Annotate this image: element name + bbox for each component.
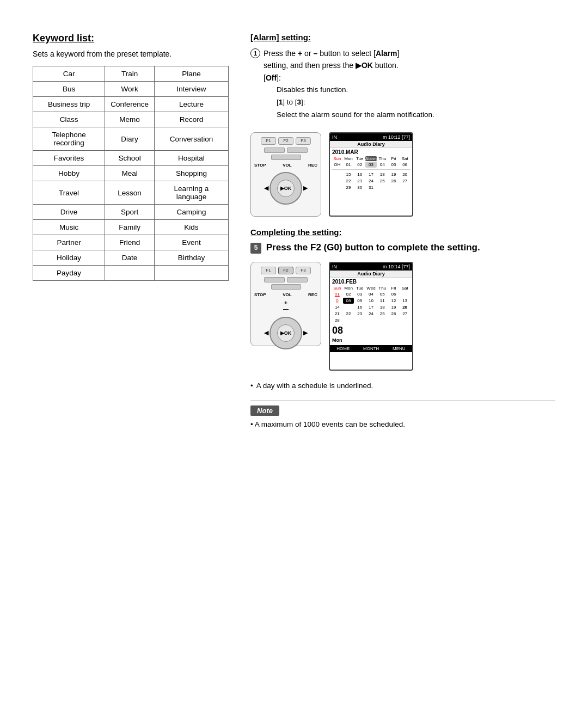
- table-cell: Shopping: [154, 166, 228, 181]
- right-arrow-icon-2: ▶: [303, 329, 308, 336]
- vol-label-2: VOL: [283, 292, 291, 297]
- cal2-month: 2010.FEB: [330, 278, 412, 286]
- stop-rec-row: STOP VOL REC: [254, 163, 317, 168]
- cal2-header-left: IN: [332, 264, 337, 269]
- table-cell: Car: [33, 66, 105, 82]
- cal1-week-4: 22 23 24 25 26 27: [332, 178, 411, 184]
- cal1-week-divider: [332, 168, 411, 171]
- table-row: TravelLessonLearning a language: [33, 181, 229, 205]
- cal1-month: 2010.MAR: [330, 148, 412, 156]
- slot-wide-b: [271, 284, 301, 290]
- cal1-week-5: 29 30 31: [332, 185, 411, 190]
- left-arrow-icon: ◀: [264, 185, 268, 192]
- completing-section: Completing the setting: 5 Press the F2 (…: [250, 228, 555, 254]
- keyword-list-title: Keyword list:: [33, 33, 229, 44]
- slot-row-2: [271, 155, 301, 160]
- slot-1: [264, 147, 285, 153]
- cal2-title: Audio Diary: [330, 271, 412, 278]
- table-cell: Class: [33, 112, 105, 127]
- table-cell: Hobby: [33, 166, 105, 181]
- cal1-title: Audio Diary: [330, 141, 412, 148]
- f1-button-2: F1: [261, 267, 276, 274]
- slot-2b: [287, 277, 308, 282]
- table-cell: Conference: [105, 97, 155, 112]
- rec-label-2: REC: [308, 292, 317, 297]
- table-cell: Plane: [154, 66, 228, 82]
- table-cell: Record: [154, 112, 228, 127]
- f1-button: F1: [261, 137, 276, 145]
- cal1-header: IN m 10:12 [77]: [330, 133, 412, 141]
- step-5-badge: 5: [250, 243, 261, 254]
- table-cell: Business trip: [33, 97, 105, 112]
- table-cell: Conversation: [154, 127, 228, 151]
- cal2-menu: MENU: [393, 346, 406, 351]
- table-row: DriveSportCamping: [33, 205, 229, 220]
- cal2-bottom-bar: HOME MONTH MENU: [330, 345, 412, 352]
- keyword-table: CarTrainPlaneBusWorkInterviewBusiness tr…: [33, 66, 229, 281]
- table-row: HolidayDateBirthday: [33, 250, 229, 266]
- table-row: PartnerFriendEvent: [33, 235, 229, 250]
- vol-plus: +: [284, 300, 287, 306]
- cal2-header: IN m 10:14 [77]: [330, 263, 412, 271]
- note-text: • A maximum of 1000 events can be schedu…: [250, 419, 555, 430]
- table-cell: [154, 266, 228, 281]
- note-box: Note • A maximum of 1000 events can be s…: [250, 401, 555, 430]
- cal2-header-right: m 10:14 [77]: [383, 264, 410, 269]
- f3-button: F3: [296, 137, 311, 145]
- left-arrow-icon-2: ◀: [264, 329, 268, 336]
- completing-title: Completing the setting:: [250, 228, 555, 237]
- table-row: HobbyMealShopping: [33, 166, 229, 181]
- table-cell: Meal: [105, 166, 155, 181]
- table-cell: Partner: [33, 235, 105, 250]
- cal1-week-1: OH 01 02 03 04 05 06: [332, 162, 411, 168]
- cal1-header-right: m 10:12 [77]: [383, 134, 410, 140]
- table-cell: Favorites: [33, 151, 105, 166]
- bullet-schedule: • A day with a schedule is underlined.: [250, 382, 555, 390]
- table-cell: Sport: [105, 205, 155, 220]
- cal2-week-5: 28: [332, 317, 411, 323]
- table-cell: Date: [105, 250, 155, 266]
- page-layout: Keyword list: Sets a keyword from the pr…: [33, 33, 555, 430]
- calendar-screen-1: IN m 10:12 [77] Audio Diary 2010.MAR Sun…: [329, 132, 413, 217]
- slot-wide: [271, 155, 301, 160]
- cal1-grid: Sun Mon Tue Alarm Thu Fri Sat OH 01 02 0…: [330, 156, 412, 190]
- table-cell: Friend: [105, 235, 155, 250]
- bullet-dot: •: [250, 382, 253, 390]
- f2-button: F2: [278, 137, 293, 145]
- f3-button-2: F3: [296, 267, 311, 274]
- cal1-week-3: 15 16 17 18 19 20: [332, 171, 411, 177]
- table-row: MusicFamilyKids: [33, 220, 229, 235]
- table-row: BusWorkInterview: [33, 82, 229, 97]
- ok-inner-btn: ▶OK: [277, 180, 295, 197]
- table-cell: Lecture: [154, 97, 228, 112]
- cal2-week-2: 0 08 09 10 11 12 13: [332, 298, 411, 304]
- table-cell: Lesson: [105, 181, 155, 205]
- table-cell: Bus: [33, 82, 105, 97]
- cal2-month: MONTH: [363, 346, 379, 351]
- f2-button-2: F2: [278, 267, 293, 274]
- nav-circle-2: ▶OK: [270, 317, 302, 349]
- stop-label: STOP: [254, 163, 266, 168]
- f-buttons-row: F1 F2 F3: [261, 137, 311, 145]
- vol-minus: —: [283, 306, 289, 312]
- note-label: Note: [250, 405, 279, 416]
- table-cell: Travel: [33, 181, 105, 205]
- slot-row-2b: [271, 284, 301, 290]
- table-cell: Work: [105, 82, 155, 97]
- right-column: [Alarm] setting: 1 Press the + or – butt…: [250, 33, 555, 430]
- slot-row-1b: [264, 277, 308, 282]
- keyword-list-subtitle: Sets a keyword from the preset template.: [33, 50, 229, 58]
- cal1-days-header: Sun Mon Tue Alarm Thu Fri Sat: [332, 156, 411, 161]
- ok-inner-btn-2: ▶OK: [277, 324, 295, 342]
- cal2-selected-day: 08 Mon: [332, 325, 410, 343]
- cal2-week-4: 21 22 23 24 25 26 27: [332, 311, 411, 317]
- table-cell: Drive: [33, 205, 105, 220]
- left-column: Keyword list: Sets a keyword from the pr…: [33, 33, 229, 281]
- nav-circle: ▶OK: [270, 172, 302, 205]
- table-cell: Holiday: [33, 250, 105, 266]
- alarm-step-1: 1 Press the + or – button to select [Ala…: [250, 47, 555, 121]
- table-cell: Kids: [154, 220, 228, 235]
- table-row: FavoritesSchoolHospital: [33, 151, 229, 166]
- rec-label: REC: [308, 163, 317, 168]
- cal2-week-1: 01 02 03 04 05 06: [332, 291, 411, 297]
